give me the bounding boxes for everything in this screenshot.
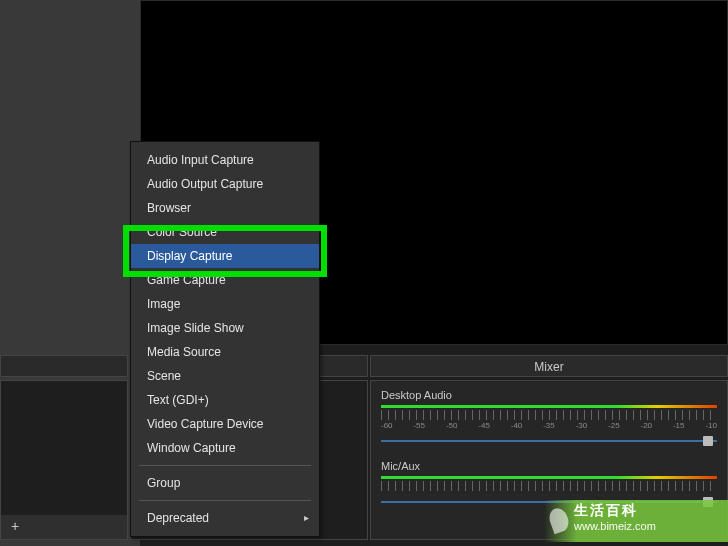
slider-knob[interactable] <box>703 436 713 446</box>
leaf-icon <box>546 506 571 535</box>
mixer-channel-name: Desktop Audio <box>381 389 717 401</box>
watermark-title: 生活百科 <box>574 502 720 520</box>
mixer-channel-name: Mic/Aux <box>381 460 717 472</box>
menu-item-browser[interactable]: Browser <box>131 196 319 220</box>
add-source-button[interactable]: + <box>7 519 23 535</box>
vu-tick: -45 <box>478 421 490 430</box>
menu-item-text-gdi[interactable]: Text (GDI+) <box>131 388 319 412</box>
vu-meter <box>381 476 717 479</box>
menu-separator <box>139 500 311 501</box>
menu-item-color-source[interactable]: Color Source <box>131 220 319 244</box>
menu-item-image[interactable]: Image <box>131 292 319 316</box>
vu-tick: -35 <box>543 421 555 430</box>
volume-slider[interactable] <box>381 436 717 446</box>
menu-item-image-slide-show[interactable]: Image Slide Show <box>131 316 319 340</box>
vu-tick: -25 <box>608 421 620 430</box>
mixer-panel-header: Mixer <box>370 355 728 377</box>
menu-item-display-capture[interactable]: Display Capture <box>131 244 319 268</box>
watermark-url: www.bimeiz.com <box>574 520 720 532</box>
vu-scale <box>381 481 717 491</box>
menu-item-game-capture[interactable]: Game Capture <box>131 268 319 292</box>
menu-item-audio-input-capture[interactable]: Audio Input Capture <box>131 148 319 172</box>
menu-item-group[interactable]: Group <box>131 471 319 495</box>
menu-item-audio-output-capture[interactable]: Audio Output Capture <box>131 172 319 196</box>
menu-item-video-capture-device[interactable]: Video Capture Device <box>131 412 319 436</box>
sources-panel-header <box>0 355 128 377</box>
vu-tick: -55 <box>413 421 425 430</box>
vu-tick: -20 <box>641 421 653 430</box>
mixer-channel: Desktop Audio -60 -55 -50 -45 -40 -35 -3… <box>381 389 717 446</box>
vu-tick: -10 <box>705 421 717 430</box>
menu-separator <box>139 465 311 466</box>
add-source-context-menu[interactable]: Audio Input Capture Audio Output Capture… <box>130 141 320 537</box>
vu-tick: -30 <box>576 421 588 430</box>
menu-item-media-source[interactable]: Media Source <box>131 340 319 364</box>
menu-item-scene[interactable]: Scene <box>131 364 319 388</box>
vu-tick: -50 <box>446 421 458 430</box>
vu-scale <box>381 410 717 420</box>
menu-item-window-capture[interactable]: Window Capture <box>131 436 319 460</box>
vu-tick: -40 <box>511 421 523 430</box>
vu-tick: -15 <box>673 421 685 430</box>
vu-labels: -60 -55 -50 -45 -40 -35 -30 -25 -20 -15 … <box>381 421 717 430</box>
vu-tick: -60 <box>381 421 393 430</box>
menu-item-deprecated[interactable]: Deprecated <box>131 506 319 530</box>
watermark: 生活百科 www.bimeiz.com <box>544 500 728 542</box>
sources-panel: + <box>0 380 128 540</box>
sources-toolbar: + <box>1 515 127 539</box>
vu-meter <box>381 405 717 408</box>
